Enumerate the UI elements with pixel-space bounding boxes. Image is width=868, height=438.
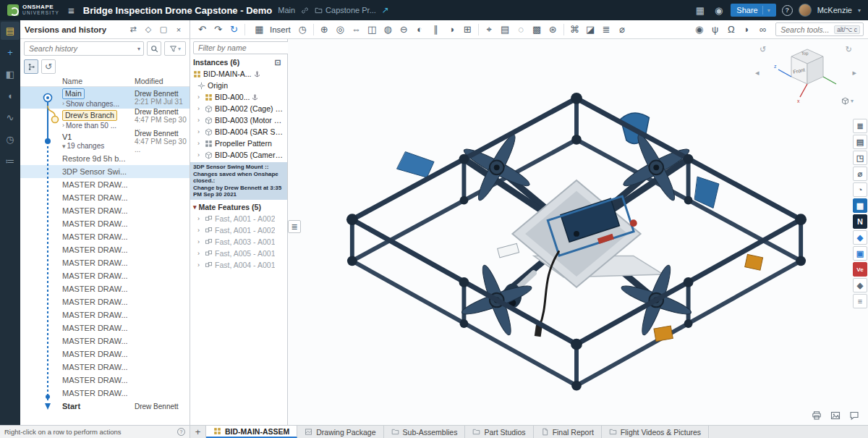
measure-icon[interactable]: ⌀ — [615, 22, 630, 37]
filter-by-name-input[interactable] — [197, 43, 299, 53]
bom-icon[interactable]: ≣ — [599, 22, 614, 37]
named-positions-icon[interactable]: ⌘ — [567, 22, 582, 37]
share-caret-icon[interactable]: ▾ — [767, 7, 770, 14]
follow-mode-icon[interactable]: + — [1, 43, 20, 62]
chevron-right-icon[interactable]: › — [197, 238, 203, 245]
tab-final-report[interactable]: Final Report — [534, 426, 602, 438]
instance-row[interactable]: › BID-A004 (SAR Senso... — [190, 126, 287, 138]
instance-row-origin[interactable]: Origin — [190, 80, 287, 91]
view-cube[interactable]: Top Front z x ↺ ↻ ◂ ▸ — [755, 41, 856, 113]
link-icon[interactable] — [301, 7, 309, 14]
avatar[interactable] — [799, 4, 812, 17]
instance-row-pattern[interactable]: › Propeller Pattern — [190, 138, 287, 149]
onshape-university-logo[interactable]: ONSHAPE UNIVERSITY — [7, 4, 59, 16]
planar-mate-icon[interactable]: ◫ — [365, 22, 380, 37]
mate-row[interactable]: › Fast, A001 - A002 — [190, 224, 287, 236]
branch-view-button[interactable] — [24, 59, 38, 74]
comments-icon[interactable]: ◖ — [1, 87, 20, 105]
learning-center-icon[interactable]: ◉ — [712, 5, 725, 16]
pin-slot-mate-icon[interactable]: ⊖ — [396, 22, 412, 37]
chevron-right-icon[interactable]: › — [197, 151, 203, 159]
app-sim-icon[interactable]: ▣ — [853, 246, 867, 261]
instance-row[interactable]: › BID-A003 (Motor Mou... — [190, 114, 287, 126]
collapse-tree-icon[interactable]: ⊡ — [271, 56, 284, 69]
filter-button[interactable]: ▾ — [164, 41, 186, 56]
app-ve-icon[interactable]: Ve — [853, 262, 867, 277]
close-panel-icon[interactable]: × — [172, 23, 185, 36]
tab-part-studios[interactable]: Part Studios — [465, 426, 533, 438]
feedback-chat-icon[interactable] — [849, 410, 859, 421]
search-tools-input[interactable] — [779, 25, 831, 35]
model-outline-panel-icon[interactable]: ≣ — [853, 119, 867, 133]
parent-folder[interactable]: Capstone Pr... — [315, 6, 376, 14]
chevron-right-icon[interactable]: › — [62, 100, 64, 107]
new-tab-button[interactable]: + — [190, 426, 206, 438]
search-history-input[interactable] — [27, 43, 137, 54]
restore-button[interactable]: ↺ — [41, 59, 56, 74]
redo-icon[interactable]: ↷ — [210, 22, 226, 37]
group-icon[interactable]: ⊞ — [460, 22, 475, 37]
explode-icon[interactable]: ⊛ — [545, 22, 561, 37]
versions-history-icon[interactable]: ▤ — [1, 22, 20, 40]
help-icon[interactable]: ? — [782, 5, 793, 16]
share-button[interactable]: Share ▾ — [731, 4, 775, 17]
orbit-right-icon[interactable]: ↻ — [846, 45, 852, 54]
app-drive-icon[interactable]: ▦ — [853, 198, 867, 213]
instance-row[interactable]: › BID-A005 (Camera Gi... — [190, 149, 287, 161]
print-icon[interactable] — [812, 410, 822, 421]
version-badge-main[interactable]: Main — [62, 88, 85, 99]
user-menu-caret-icon[interactable]: ▾ — [858, 7, 861, 14]
display-panel-icon[interactable]: ◔ — [853, 182, 867, 197]
chevron-right-icon[interactable]: › — [197, 215, 203, 222]
cylindrical-mate-icon[interactable]: ◍ — [380, 22, 396, 37]
mate-row[interactable]: › Fast, A004 - A001 — [190, 259, 287, 271]
tab-bid-main-assem[interactable]: BID-MAIN-ASSEM — [206, 426, 297, 438]
chevron-right-icon[interactable]: › — [197, 261, 203, 269]
panel-menu-icon[interactable]: ≡ — [853, 294, 867, 308]
tangent-mate-icon[interactable]: ◑ — [444, 22, 459, 37]
workspace-label[interactable]: Main — [278, 6, 295, 14]
column-name[interactable]: Name — [62, 77, 135, 85]
app-misc-icon[interactable]: ◈ — [853, 278, 867, 292]
microphone-icon[interactable]: ψ — [707, 22, 723, 37]
mate-connector-icon[interactable]: ⌖ — [482, 22, 497, 37]
chevron-right-icon[interactable]: › — [197, 250, 203, 257]
mate-row[interactable]: › Fast, A003 - A001 — [190, 236, 287, 248]
bom-table-panel-icon[interactable]: ▤ — [853, 135, 867, 149]
view-menu-button[interactable]: ▾ — [841, 97, 854, 105]
revolute-mate-icon[interactable]: ◎ — [333, 22, 348, 37]
open-graph-icon[interactable]: ▢ — [157, 23, 170, 36]
chevron-right-icon[interactable]: › — [197, 128, 203, 135]
orbit-left-icon[interactable]: ↺ — [760, 45, 766, 54]
mate-features-header[interactable]: ▾ Mate Features (5) — [190, 201, 287, 213]
compare-icon[interactable]: ⇄ — [127, 23, 140, 36]
chevron-down-icon[interactable]: ▾ — [62, 143, 66, 150]
chevron-down-icon[interactable]: ▾ — [193, 203, 197, 211]
integrations-icon[interactable]: ∿ — [1, 109, 20, 127]
rotate-left-icon[interactable]: ◂ — [755, 68, 760, 77]
mate-icon[interactable]: ⊕ — [317, 22, 332, 37]
tab-sub-assemblies[interactable]: Sub-Assemblies — [384, 426, 466, 438]
linear-pattern-icon[interactable]: ▤ — [498, 22, 513, 37]
apps-grid-icon[interactable]: ▦ — [694, 5, 707, 16]
slider-mate-icon[interactable]: ⇔ — [349, 22, 364, 37]
main-menu-icon[interactable]: ≡ — [65, 4, 77, 17]
chat-icon[interactable]: ◗ — [739, 22, 754, 37]
insert-button[interactable]: ▦ Insert — [248, 22, 294, 37]
chevron-right-icon[interactable]: › — [197, 93, 203, 101]
headset-icon[interactable]: Ω — [723, 22, 739, 37]
parallel-mate-icon[interactable]: ∥ — [428, 22, 443, 37]
image-icon[interactable] — [830, 410, 841, 421]
instance-row[interactable]: › BID-A002 (Cage) <1> — [190, 103, 287, 114]
chevron-right-icon[interactable]: › — [197, 227, 203, 234]
create-version-icon[interactable]: ◇ — [142, 23, 155, 36]
chevron-right-icon[interactable]: › — [62, 122, 64, 129]
mate-row[interactable]: › Fast, A005 - A001 — [190, 248, 287, 259]
version-badge-branch[interactable]: Drew's Branch — [62, 110, 117, 121]
record-icon[interactable]: ◉ — [692, 22, 707, 37]
export-panel-icon[interactable]: ◳ — [853, 151, 867, 165]
snapshot-icon[interactable]: ◷ — [295, 22, 310, 37]
history-icon[interactable]: ◷ — [1, 130, 20, 148]
appearance-icon[interactable]: ◧ — [1, 65, 20, 83]
instance-row[interactable]: › BID-A00... — [190, 91, 287, 103]
